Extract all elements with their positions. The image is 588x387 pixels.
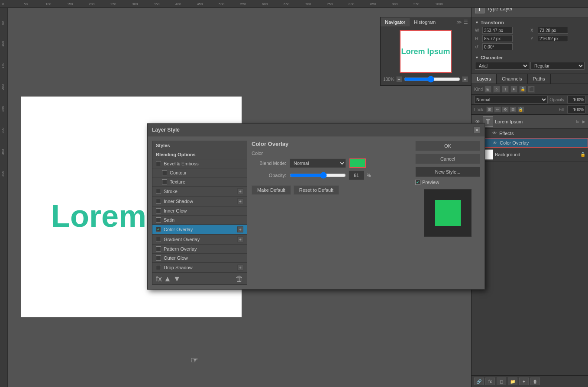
preview-checkbox[interactable] — [415, 180, 420, 185]
ruler-left: 50 100 150 200 250 300 350 400 — [0, 8, 8, 387]
styles-trash-icon[interactable]: 🗑 — [236, 275, 243, 283]
y-input[interactable] — [538, 35, 568, 42]
tab-channels[interactable]: Channels — [497, 74, 527, 84]
svg-text:150: 150 — [67, 2, 73, 6]
blend-mode-dropdown[interactable]: Normal — [290, 158, 346, 168]
layer-kind-icon-2[interactable]: ○ — [493, 86, 500, 93]
style-item-outer-glow[interactable]: Outer Glow — [152, 254, 247, 263]
ok-btn[interactable]: OK — [415, 141, 480, 151]
style-item-gradient-overlay[interactable]: Gradient Overlay + — [152, 235, 247, 245]
dialog-close-btn[interactable]: ✕ — [473, 126, 480, 133]
style-label-pattern: Pattern Overlay — [164, 246, 197, 252]
lock-artboard-icon[interactable]: ⊠ — [510, 106, 517, 113]
layer-fx-label-1: fx — [576, 119, 579, 124]
gradient-add-btn[interactable]: + — [237, 236, 243, 242]
add-link-btn[interactable]: 🔗 — [474, 377, 484, 385]
style-item-inner-glow[interactable]: Inner Glow — [152, 206, 247, 216]
lock-pixels-icon[interactable]: ✏ — [494, 106, 501, 113]
style-checkbox-pattern[interactable] — [156, 246, 161, 252]
effects-eye[interactable]: 👁 — [491, 130, 498, 136]
styles-up-icon[interactable]: ▲ — [164, 275, 171, 283]
layer-kind-icon-6[interactable]: ⬛ — [528, 86, 535, 93]
reset-to-default-btn[interactable]: Reset to Default — [294, 185, 339, 195]
style-checkbox-gradient[interactable] — [156, 237, 161, 242]
transform-header[interactable]: ▼ Transform — [475, 20, 585, 25]
layer-row-background[interactable]: 👁 Background 🔒 — [472, 148, 588, 161]
character-title: Character — [481, 55, 503, 60]
layer-kind-icon-1[interactable]: ⊞ — [485, 86, 491, 93]
make-default-btn[interactable]: Make Default — [252, 185, 291, 195]
color-overlay-options: Color Overlay Color Blend Mode: Normal O… — [252, 141, 411, 285]
preview-label: Preview — [422, 180, 439, 185]
rotation-input[interactable] — [482, 43, 513, 50]
fill-label: Fill: — [559, 107, 565, 112]
delete-layer-btn[interactable]: 🗑 — [530, 377, 540, 385]
drop-shadow-add-btn[interactable]: + — [237, 264, 243, 271]
opacity-pct-input[interactable] — [349, 171, 364, 180]
cancel-btn[interactable]: Cancel — [415, 154, 480, 164]
lock-row: Lock: ⊞ ✏ ✥ ⊠ 🔒 Fill: — [472, 105, 588, 115]
layer-row-lorem-ipsum[interactable]: 👁 T Lorem Ipsum fx ▶ — [472, 115, 588, 129]
tab-paths[interactable]: Paths — [528, 74, 551, 84]
style-checkbox-inner-shadow[interactable] — [156, 199, 161, 204]
style-item-texture[interactable]: Texture — [152, 177, 247, 187]
w-input[interactable] — [482, 27, 513, 34]
color-overlay-swatch[interactable] — [349, 158, 366, 168]
style-item-drop-shadow[interactable]: Drop Shadow + — [152, 263, 247, 273]
layer-kind-icon-4[interactable]: ✦ — [510, 86, 517, 93]
inner-shadow-add-btn[interactable]: + — [237, 198, 243, 204]
nav-more-icon[interactable]: ≫ ☰ — [454, 17, 471, 27]
style-item-contour[interactable]: Contour — [152, 168, 247, 177]
stroke-add-btn[interactable]: + — [237, 188, 243, 194]
new-layer-btn[interactable]: + — [519, 377, 529, 385]
style-checkbox-inner-glow[interactable] — [156, 208, 161, 213]
zoom-plus-btn[interactable]: + — [462, 76, 468, 82]
lock-position-icon[interactable]: ✥ — [502, 106, 509, 113]
style-item-bevel-emboss[interactable]: Bevel & Emboss — [152, 159, 247, 168]
color-overlay-effect-row[interactable]: 👁 Color Overlay — [472, 138, 588, 148]
styles-fx-icon[interactable]: fx — [156, 275, 162, 283]
blend-mode-select[interactable]: Normal — [474, 96, 548, 103]
h-input[interactable] — [482, 35, 513, 42]
style-checkbox-bevel[interactable] — [156, 161, 161, 166]
style-item-stroke[interactable]: Stroke + — [152, 187, 247, 197]
style-item-blending-options[interactable]: Blending Options — [152, 150, 247, 159]
style-item-inner-shadow[interactable]: Inner Shadow + — [152, 197, 247, 206]
style-checkbox-satin[interactable] — [156, 217, 161, 223]
fill-input[interactable] — [567, 106, 585, 113]
font-style-select[interactable]: Regular — [530, 62, 585, 70]
new-style-btn[interactable]: New Style... — [415, 167, 480, 177]
color-overlay-eye[interactable]: 👁 — [492, 140, 498, 146]
svg-text:650: 650 — [284, 2, 290, 6]
style-checkbox-drop-shadow[interactable] — [156, 265, 161, 270]
layer-kind-icon-3[interactable]: T — [502, 86, 509, 93]
svg-text:1000: 1000 — [435, 2, 443, 6]
x-input[interactable] — [538, 27, 568, 34]
svg-text:350: 350 — [1, 149, 5, 155]
lock-transparent-icon[interactable]: ⊞ — [486, 106, 493, 113]
font-family-select[interactable]: Arial — [475, 62, 529, 70]
styles-down-icon[interactable]: ▼ — [173, 275, 181, 283]
color-overlay-add-btn[interactable]: + — [237, 226, 243, 232]
style-item-pattern-overlay[interactable]: Pattern Overlay — [152, 245, 247, 254]
opacity-input[interactable] — [567, 96, 585, 103]
style-checkbox-outer-glow[interactable] — [156, 255, 161, 261]
style-item-color-overlay[interactable]: Color Overlay + — [152, 225, 247, 235]
style-item-satin[interactable]: Satin — [152, 216, 247, 225]
style-checkbox-stroke[interactable] — [156, 189, 161, 194]
zoom-minus-btn[interactable]: − — [396, 76, 402, 82]
character-header[interactable]: ▼ Character — [475, 55, 585, 60]
new-group-btn[interactable]: 📁 — [508, 377, 517, 385]
style-checkbox-contour[interactable] — [162, 170, 167, 175]
opacity-slider[interactable] — [290, 172, 346, 179]
zoom-slider[interactable] — [404, 76, 460, 83]
add-fx-btn[interactable]: fx — [485, 377, 495, 385]
tab-layers[interactable]: Layers — [472, 74, 497, 84]
style-checkbox-color-overlay[interactable] — [156, 227, 161, 232]
lock-all-icon[interactable]: 🔒 — [517, 106, 524, 113]
tab-histogram[interactable]: Histogram — [410, 18, 440, 26]
layer-kind-icon-5[interactable]: 🔒 — [519, 86, 526, 93]
style-checkbox-texture[interactable] — [162, 179, 167, 184]
add-mask-btn[interactable]: ◻ — [497, 377, 506, 385]
tab-navigator[interactable]: Navigator — [381, 18, 410, 26]
